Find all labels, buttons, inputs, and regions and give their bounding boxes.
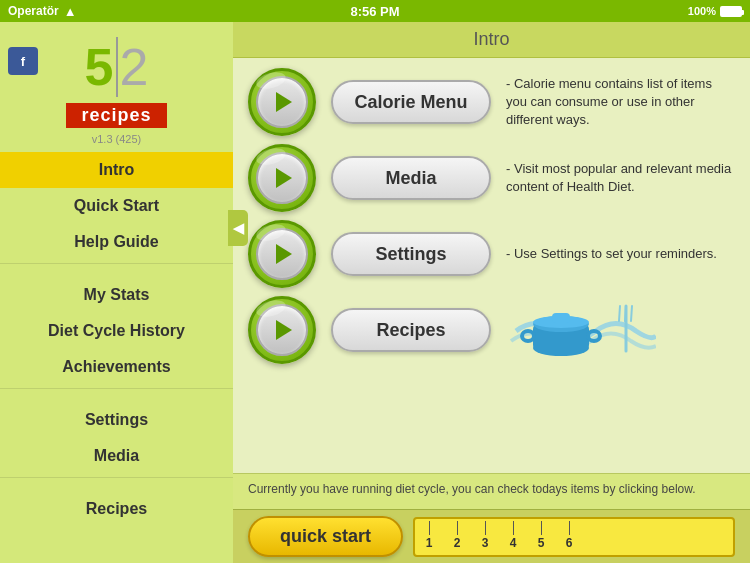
ruler-line-long-2 (457, 521, 458, 535)
facebook-button[interactable]: f (8, 47, 38, 75)
play-arrow-icon-settings (276, 244, 292, 264)
svg-rect-6 (552, 313, 570, 323)
logo-divider (116, 37, 118, 97)
settings-circle-wrap (248, 220, 316, 288)
collapse-sidebar-button[interactable]: ◀ (228, 210, 248, 246)
ruler-tick-5: 5 (527, 521, 555, 550)
ruler: 1 2 3 4 5 (413, 517, 735, 557)
logo-number-5: 5 (85, 41, 114, 93)
media-button[interactable]: Media (331, 156, 491, 200)
ruler-tick-6: 6 (555, 521, 583, 550)
settings-button[interactable]: Settings (331, 232, 491, 276)
chevron-left-icon: ◀ (233, 220, 244, 236)
calorie-menu-inner (256, 76, 308, 128)
recipes-svg (506, 296, 656, 366)
nav-group-recipes: Recipes (0, 491, 233, 527)
logo-version: v1.3 (425) (10, 133, 223, 145)
recipes-button[interactable]: Recipes (331, 308, 491, 352)
recipes-circle[interactable] (248, 296, 316, 364)
calorie-menu-desc: - Calorie menu contains list of items yo… (506, 75, 735, 130)
play-arrow-icon-recipes (276, 320, 292, 340)
menu-row-calorie: Calorie Menu - Calorie menu contains lis… (248, 68, 735, 136)
logo-area: 5 2 recipes v1.3 (425) (0, 22, 233, 150)
svg-line-8 (619, 306, 620, 321)
logo-number-2: 2 (120, 41, 149, 93)
ruler-tick-1: 1 (415, 521, 443, 550)
sidebar-item-recipes[interactable]: Recipes (0, 491, 233, 527)
recipes-illustration (506, 296, 656, 364)
carrier-name: Operatör (8, 4, 59, 18)
nav-divider-1 (0, 263, 233, 264)
svg-line-9 (625, 306, 626, 321)
media-desc: - Visit most popular and relevant media … (506, 160, 735, 196)
battery-area: 100% (688, 5, 742, 17)
media-inner (256, 152, 308, 204)
ruler-tick-4: 4 (499, 521, 527, 550)
play-arrow-icon-media (276, 168, 292, 188)
settings-inner (256, 228, 308, 280)
page-title: Intro (473, 29, 509, 50)
quick-start-button[interactable]: quick start (248, 516, 403, 557)
media-circle-wrap (248, 144, 316, 212)
menu-row-media: Media - Visit most popular and relevant … (248, 144, 735, 212)
sidebar-item-diet-cycle[interactable]: Diet Cycle History (0, 313, 233, 349)
menu-row-recipes: Recipes (248, 296, 735, 364)
calorie-menu-button[interactable]: Calorie Menu (331, 80, 491, 124)
status-time: 8:56 PM (350, 4, 399, 19)
sidebar: 5 2 recipes v1.3 (425) Intro Quick Start… (0, 22, 233, 563)
sidebar-item-intro[interactable]: Intro (0, 152, 233, 188)
sidebar-item-settings[interactable]: Settings (0, 402, 233, 438)
recipes-inner (256, 304, 308, 356)
ruler-tick-2: 2 (443, 521, 471, 550)
bottom-notice: Currently you have running diet cycle, y… (233, 473, 750, 509)
nav-group-tools: Settings Media (0, 402, 233, 474)
content-area: Intro Calorie Menu - Calorie menu contai… (233, 22, 750, 563)
svg-point-4 (588, 331, 600, 341)
ruler-line-long-4 (513, 521, 514, 535)
play-arrow-icon (276, 92, 292, 112)
calorie-menu-circle[interactable] (248, 68, 316, 136)
svg-line-10 (631, 306, 632, 321)
ruler-line-long (429, 521, 430, 535)
nav-divider-3 (0, 477, 233, 478)
status-bar: Operatör ▲ 8:56 PM 100% (0, 0, 750, 22)
sidebar-item-quick-start[interactable]: Quick Start (0, 188, 233, 224)
logo-recipes-label: recipes (66, 103, 166, 128)
bottom-notice-text: Currently you have running diet cycle, y… (248, 482, 696, 496)
svg-point-3 (522, 331, 534, 341)
nav-group-main: Intro Quick Start Help Guide (0, 152, 233, 260)
sidebar-item-achievements[interactable]: Achievements (0, 349, 233, 385)
sidebar-item-help-guide[interactable]: Help Guide (0, 224, 233, 260)
media-circle[interactable] (248, 144, 316, 212)
menu-row-settings: Settings - Use Settings to set your remi… (248, 220, 735, 288)
wifi-icon: ▲ (64, 4, 77, 19)
settings-desc: - Use Settings to set your reminders. (506, 245, 735, 263)
ruler-line-long-3 (485, 521, 486, 535)
nav-group-stats: My Stats Diet Cycle History Achievements (0, 277, 233, 385)
logo-numbers: 5 2 (10, 37, 223, 97)
ruler-tick-3: 3 (471, 521, 499, 550)
menu-area: Calorie Menu - Calorie menu contains lis… (233, 58, 750, 473)
sidebar-item-my-stats[interactable]: My Stats (0, 277, 233, 313)
sidebar-item-media[interactable]: Media (0, 438, 233, 474)
page-title-bar: Intro (233, 22, 750, 58)
quick-start-bar: quick start 1 2 3 4 (233, 509, 750, 563)
carrier-info: Operatör ▲ (8, 4, 77, 19)
nav-divider-2 (0, 388, 233, 389)
ruler-line-long-5 (541, 521, 542, 535)
calorie-menu-circle-wrap (248, 68, 316, 136)
recipes-circle-wrap (248, 296, 316, 364)
battery-icon (720, 6, 742, 17)
settings-circle[interactable] (248, 220, 316, 288)
ruler-line-long-6 (569, 521, 570, 535)
battery-percent: 100% (688, 5, 716, 17)
